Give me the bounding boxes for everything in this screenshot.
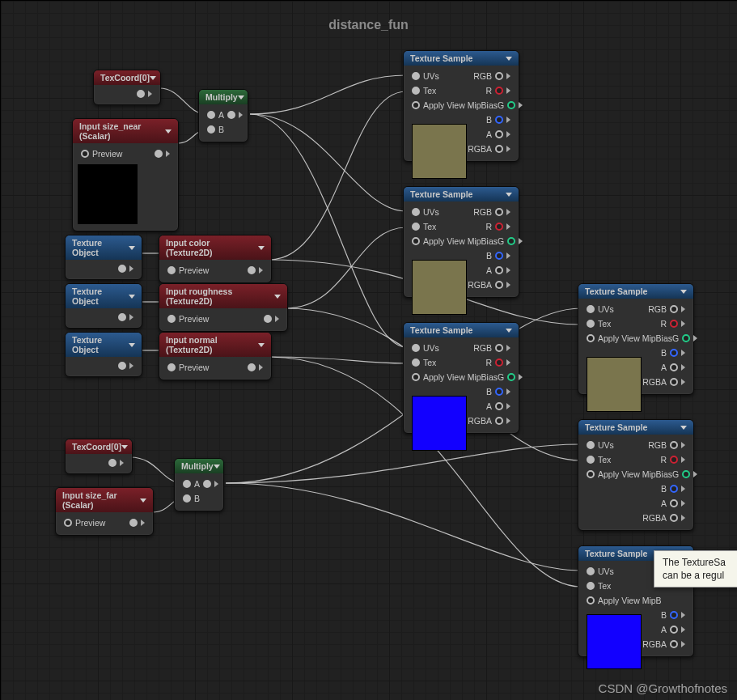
node-title: TexCoord[0] (100, 73, 150, 83)
chevron-down-icon (129, 246, 135, 250)
input-pin-a[interactable] (207, 111, 215, 119)
output-pin[interactable] (248, 266, 256, 274)
output-pin[interactable] (264, 315, 272, 323)
output-pin[interactable] (129, 519, 138, 527)
node-texture-sample-2[interactable]: Texture Sample UVsRGB TexR Apply View Mi… (403, 186, 519, 298)
chevron-down-icon (258, 246, 265, 250)
output-pin[interactable] (155, 150, 163, 158)
node-multiply-1[interactable]: Multiply A B (198, 89, 248, 142)
chevron-down-icon (274, 295, 281, 299)
output-pin[interactable] (118, 362, 126, 370)
chevron-down-icon (506, 57, 512, 61)
node-title: TexCoord[0] (72, 442, 121, 452)
node-texcoord-1[interactable]: TexCoord[0] (93, 70, 161, 105)
tooltip: The TextureSa can be a regul (654, 550, 737, 588)
chevron-down-icon (506, 329, 512, 333)
output-pin[interactable] (118, 265, 126, 273)
node-input-size-near[interactable]: Input size_near (Scalar) Preview (72, 118, 179, 231)
node-title: Texture Object (72, 238, 129, 257)
node-input-normal[interactable]: Input normal (Texture2D) Preview (159, 332, 272, 380)
node-input-color[interactable]: Input color (Texture2D) Preview (159, 235, 272, 283)
node-texture-object-2[interactable]: Texture Object (65, 283, 142, 329)
graph-title: distance_fun (0, 18, 737, 32)
node-texture-sample-1[interactable]: Texture Sample UVsRGB TexR Apply View Mi… (403, 50, 519, 162)
node-input-size-far[interactable]: Input size_far (Scalar) Preview (55, 487, 154, 536)
node-texture-sample-4[interactable]: Texture Sample UVsRGB TexR Apply View Mi… (578, 283, 694, 395)
output-pin[interactable] (227, 111, 235, 119)
preview-thumb (412, 396, 467, 451)
input-pin[interactable] (81, 150, 89, 158)
chevron-down-icon (121, 445, 128, 449)
output-pin[interactable] (203, 480, 211, 488)
preview-thumb (78, 164, 138, 224)
preview-label: Preview (92, 148, 122, 159)
chevron-down-icon (238, 95, 244, 100)
node-title: Input color (Texture2D) (166, 238, 258, 257)
output-pin[interactable] (108, 459, 116, 467)
node-texture-sample-3[interactable]: Texture Sample UVsRGB TexR Apply View Mi… (403, 322, 519, 434)
node-title: Texture Object (72, 335, 129, 354)
chevron-down-icon (680, 290, 687, 294)
chevron-down-icon (214, 465, 220, 469)
chevron-down-icon (680, 426, 687, 430)
chevron-down-icon (140, 498, 146, 503)
chevron-down-icon (165, 129, 172, 134)
input-pin-b[interactable] (207, 125, 215, 134)
chevron-down-icon (150, 76, 156, 80)
chevron-down-icon (129, 295, 135, 299)
input-pin[interactable] (64, 519, 72, 527)
output-pin[interactable] (137, 90, 145, 98)
preview-thumb (587, 614, 642, 669)
chevron-down-icon (129, 343, 135, 347)
output-pin[interactable] (118, 313, 126, 321)
node-multiply-2[interactable]: Multiply A B (174, 458, 224, 511)
node-texture-object-1[interactable]: Texture Object (65, 235, 142, 280)
input-pin[interactable] (167, 266, 176, 274)
node-input-roughness[interactable]: Input roughness (Texture2D) Preview (159, 283, 288, 332)
node-title: Input size_near (Scalar) (79, 121, 165, 141)
node-texcoord-2[interactable]: TexCoord[0] (65, 439, 133, 474)
input-pin[interactable] (167, 363, 176, 371)
preview-thumb (587, 357, 642, 412)
input-pin[interactable] (167, 315, 176, 323)
node-title: Input roughness (Texture2D) (166, 286, 274, 306)
preview-thumb (412, 260, 467, 315)
node-title: Multiply (205, 92, 238, 102)
node-title: Multiply (181, 461, 214, 471)
node-title: Input normal (Texture2D) (166, 335, 258, 354)
watermark: CSDN @Growthofnotes (599, 681, 727, 695)
node-title: Texture Object (72, 286, 129, 306)
chevron-down-icon (258, 343, 265, 347)
input-pin-b[interactable] (183, 494, 191, 503)
node-title: Input size_far (Scalar) (62, 490, 140, 510)
preview-thumb (412, 124, 467, 179)
output-pin[interactable] (248, 363, 256, 371)
chevron-down-icon (506, 193, 512, 197)
input-pin-a[interactable] (183, 480, 191, 488)
node-texture-object-3[interactable]: Texture Object (65, 332, 142, 377)
node-texture-sample-5[interactable]: Texture Sample UVsRGB TexR Apply View Mi… (578, 419, 694, 531)
